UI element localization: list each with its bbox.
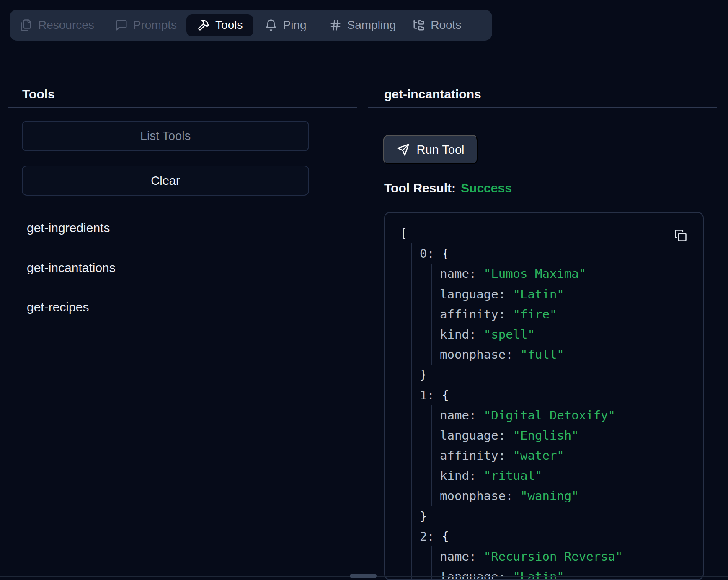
copy-button[interactable] — [674, 229, 687, 242]
right-panel-divider — [368, 107, 717, 108]
json-line: affinity: "fire" — [440, 304, 703, 324]
folder-tree-icon — [413, 19, 425, 31]
left-panel-title: Tools — [22, 87, 55, 101]
json-line: language: "Latin" — [440, 284, 703, 304]
tool-result-status: Success — [461, 181, 512, 195]
tool-list-item[interactable]: get-ingredients — [27, 221, 110, 235]
tab-tools[interactable]: Tools — [186, 14, 253, 36]
run-tool-button[interactable]: Run Tool — [383, 135, 478, 164]
json-line: language: "Latin" — [440, 567, 703, 580]
json-array-children: 0: {name: "Lumos Maxima"language: "Latin… — [411, 243, 703, 580]
horizontal-scrollbar-thumb[interactable] — [350, 574, 377, 578]
tab-label: Ping — [283, 18, 306, 32]
json-viewer: [0: {name: "Lumos Maxima"language: "Lati… — [400, 223, 703, 580]
json-line: affinity: "water" — [440, 445, 703, 466]
tab-label: Sampling — [347, 18, 396, 32]
json-line: 2: { — [420, 526, 703, 546]
tool-title: get-incantations — [384, 87, 481, 101]
tab-label: Roots — [431, 18, 461, 32]
json-line: name: "Lumos Maxima" — [440, 264, 703, 284]
json-line: [ — [400, 223, 703, 243]
message-square-icon — [115, 19, 128, 31]
clear-button[interactable]: Clear — [22, 166, 309, 196]
json-line: kind: "spell" — [440, 324, 703, 344]
json-line: moonphase: "waning" — [440, 486, 703, 506]
json-line: } — [420, 365, 703, 385]
tool-list-item[interactable]: get-incantations — [27, 261, 116, 275]
json-line: moonphase: "full" — [440, 344, 703, 365]
tab-label: Prompts — [133, 18, 177, 32]
json-object-children: name: "Digital Detoxify"language: "Engli… — [431, 405, 703, 506]
tab-prompts[interactable]: Prompts — [115, 18, 177, 32]
tab-roots[interactable]: Roots — [413, 18, 461, 32]
tab-ping[interactable]: Ping — [265, 18, 306, 32]
json-line: kind: "ritual" — [440, 466, 703, 486]
json-line: name: "Recursion Reversa" — [440, 546, 703, 567]
tool-result-label: Tool Result: — [384, 181, 456, 195]
bell-icon — [265, 19, 277, 31]
tool-result-line: Tool Result:Success — [384, 181, 512, 195]
tool-result-json-box: [0: {name: "Lumos Maxima"language: "Lati… — [384, 212, 704, 580]
hammer-icon — [197, 19, 210, 31]
left-panel-divider — [8, 107, 357, 108]
json-line: language: "English" — [440, 425, 703, 445]
json-object-children: name: "Lumos Maxima"language: "Latin"aff… — [431, 264, 703, 365]
json-line: } — [420, 506, 703, 526]
json-object-children: name: "Recursion Reversa"language: "Lati… — [431, 546, 703, 580]
tab-bar: Resources Prompts Tools Ping Sampling Ro… — [10, 10, 492, 41]
send-icon — [397, 143, 410, 156]
list-tools-button[interactable]: List Tools — [22, 121, 309, 151]
hash-icon — [329, 19, 342, 31]
run-tool-label: Run Tool — [417, 143, 465, 157]
tab-label: Resources — [38, 18, 94, 32]
json-line: 1: { — [420, 385, 703, 405]
tool-list-item[interactable]: get-recipes — [27, 300, 89, 314]
tab-sampling[interactable]: Sampling — [329, 18, 396, 32]
tab-label: Tools — [215, 18, 243, 32]
tab-resources[interactable]: Resources — [20, 18, 94, 32]
files-icon — [20, 19, 33, 31]
json-line: name: "Digital Detoxify" — [440, 405, 703, 425]
copy-icon — [674, 229, 687, 242]
json-line: 0: { — [420, 243, 703, 264]
